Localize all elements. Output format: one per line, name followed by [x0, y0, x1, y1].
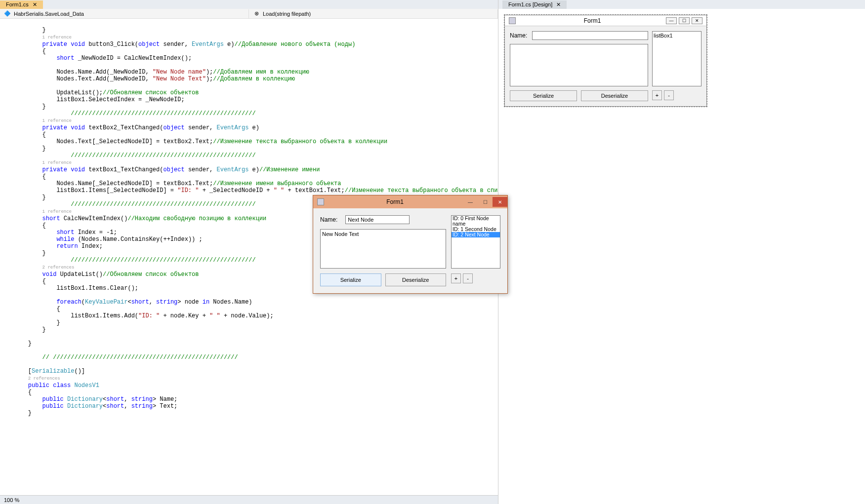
deserialize-button[interactable]: Deserialize: [581, 90, 648, 101]
serialize-button[interactable]: Serialize: [320, 273, 381, 286]
listbox1[interactable]: listBox1: [652, 31, 701, 86]
status-bar: 100 %: [0, 495, 498, 504]
breadcrumb-method[interactable]: ⊗ Load(string filepath): [249, 9, 498, 18]
breadcrumb-label: Load(string filepath): [263, 11, 311, 17]
minimize-icon[interactable]: —: [463, 197, 478, 207]
add-button[interactable]: +: [652, 90, 662, 100]
breadcrumb: 🔷 HabrSerialis.SaveLoad_Data ⊗ Load(stri…: [0, 9, 498, 19]
run-title: Form1: [327, 198, 463, 205]
right-tab-strip: Form1.cs [Design] ✕: [498, 0, 865, 9]
class-icon: 🔷: [4, 10, 11, 17]
textbox-multiline[interactable]: [510, 44, 648, 86]
left-tab-strip: Form1.cs ✕: [0, 0, 498, 9]
designer-titlebar: Form1 — ☐ ✕: [505, 15, 706, 26]
run-titlebar[interactable]: Form1 — ☐ ✕: [313, 195, 507, 208]
list-item[interactable]: ID: 0 First Node name: [452, 216, 500, 227]
name-label: Name:: [510, 32, 527, 39]
textbox-multiline[interactable]: New Node Text: [320, 229, 446, 269]
breadcrumb-label: HabrSerialis.SaveLoad_Data: [14, 11, 84, 17]
tab-form1-cs[interactable]: Form1.cs ✕: [0, 0, 43, 9]
listbox1[interactable]: ID: 0 First Node name ID: 1 Second Node …: [451, 215, 500, 269]
tab-label: Form1.cs: [6, 1, 29, 7]
breadcrumb-class[interactable]: 🔷 HabrSerialis.SaveLoad_Data: [0, 9, 249, 18]
remove-button[interactable]: -: [463, 273, 473, 283]
list-item[interactable]: ID: 2 Next Node: [452, 232, 500, 237]
deserialize-button[interactable]: Deserialize: [385, 273, 447, 286]
close-icon[interactable]: ✕: [33, 1, 37, 8]
close-icon[interactable]: ✕: [556, 1, 561, 8]
name-label: Name:: [320, 216, 337, 223]
name-input[interactable]: [345, 215, 410, 224]
zoom-level: 100 %: [4, 497, 19, 503]
add-button[interactable]: +: [451, 273, 461, 283]
listbox-placeholder: listBox1: [654, 33, 673, 39]
serialize-button[interactable]: Serialize: [510, 90, 577, 101]
maximize-icon[interactable]: ☐: [478, 197, 493, 207]
close-icon: ✕: [692, 17, 702, 24]
form-icon: [317, 198, 324, 205]
minimize-icon: —: [666, 17, 677, 24]
tab-form1-design[interactable]: Form1.cs [Design] ✕: [502, 0, 567, 9]
designer-pane: Form1 — ☐ ✕ Name: listBox1 Serialize: [498, 9, 865, 504]
form-icon: [509, 17, 516, 24]
tab-label: Form1.cs [Design]: [508, 1, 552, 7]
running-form-window[interactable]: Form1 — ☐ ✕ Name: ID: 0 First Node name …: [313, 195, 508, 294]
maximize-icon: ☐: [679, 17, 690, 24]
method-icon: ⊗: [253, 10, 260, 17]
designer-form[interactable]: Form1 — ☐ ✕ Name: listBox1 Serialize: [504, 15, 707, 107]
name-input[interactable]: [532, 31, 648, 40]
close-icon[interactable]: ✕: [493, 197, 507, 207]
remove-button[interactable]: -: [664, 90, 674, 100]
form-title: Form1: [519, 17, 666, 24]
